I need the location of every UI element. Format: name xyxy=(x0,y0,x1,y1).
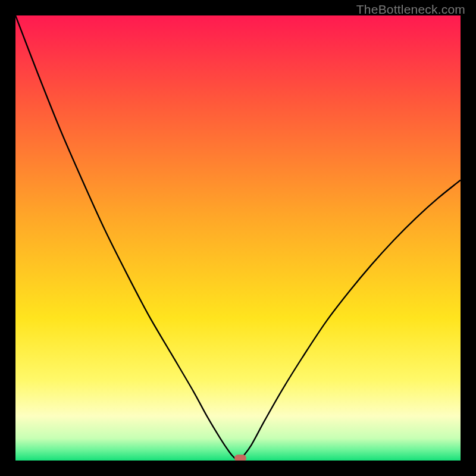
chart-frame: TheBottleneck.com xyxy=(0,0,476,476)
plot-area xyxy=(15,15,461,461)
bottleneck-curve xyxy=(15,15,461,461)
watermark-text: TheBottleneck.com xyxy=(356,2,465,17)
curve-svg xyxy=(15,15,461,461)
optimum-marker xyxy=(234,455,246,461)
